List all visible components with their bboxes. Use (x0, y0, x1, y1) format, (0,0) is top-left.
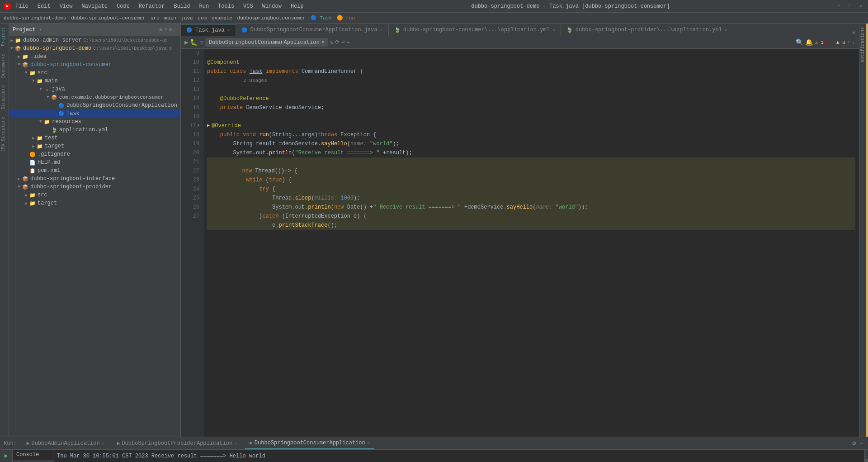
undo-icon[interactable]: ↩ (341, 39, 344, 46)
tree-item-src[interactable]: ▼ 📁 src (9, 69, 180, 77)
tab-bookmarks[interactable]: Bookmarks (0, 50, 9, 81)
tree-item-dubbo-springboot-demo[interactable]: ▼ 📦 dubbo-springboot-demo C:\Users\15031… (9, 44, 180, 52)
tree-item-pom[interactable]: 📋 pom.xml (9, 167, 180, 175)
menu-code[interactable]: Code (115, 2, 132, 10)
tree-item-interface[interactable]: ▶ 📦 dubbo-springboot-interface (9, 175, 180, 183)
run-tab-admin[interactable]: ▶ DubboAdminApplication ✕ (22, 438, 109, 449)
menu-window[interactable]: Window (260, 2, 283, 10)
console-tab-actuator[interactable]: 🍃 Actuator (13, 460, 53, 462)
menu-run[interactable]: Run (197, 2, 211, 10)
menu-view[interactable]: View (58, 2, 75, 10)
expand-icon[interactable]: ▼ (45, 95, 51, 100)
coverage-icon[interactable]: ☑ (199, 38, 203, 46)
menu-build[interactable]: Build (172, 2, 192, 10)
collapse-editor-icon[interactable]: ↓ (852, 39, 855, 46)
menu-vcs[interactable]: VCS (241, 2, 255, 10)
expand-icon[interactable]: ▶ (31, 136, 36, 141)
minimize-button[interactable]: ─ (835, 3, 843, 10)
tree-item-dubbo-admin-server[interactable]: ▶ 📁 dubbo-admin-server C:\Users\15031\De… (9, 36, 180, 44)
code-editor[interactable]: 9 10 11 12 13 14 15 16 17⚡ 18 19 20 21 2… (181, 49, 859, 437)
expand-icon[interactable]: ▼ (38, 119, 43, 124)
rerun-button[interactable]: ▶ (2, 452, 10, 460)
tree-item-application-yml[interactable]: 🍃 application.yml (9, 126, 180, 134)
breadcrumb-item[interactable]: src (151, 15, 160, 21)
breadcrumb-item[interactable]: main (164, 15, 176, 21)
window-controls[interactable]: ─ □ ✕ (835, 3, 864, 10)
expand-icon[interactable]: ↑ (847, 39, 850, 46)
expand-icon[interactable]: ▶ (31, 144, 36, 149)
close-tab-task[interactable]: ✕ (227, 28, 230, 33)
tree-item-idea[interactable]: ▶ 📁 .idea (9, 52, 180, 61)
close-tab-probider-yaml[interactable]: ✕ (725, 27, 727, 33)
menu-navigate[interactable]: Navigate (80, 2, 109, 10)
maximize-button[interactable]: □ (846, 3, 854, 10)
locate-icon[interactable]: ⊕ (160, 27, 163, 33)
recent-files-icon[interactable]: ≡ (852, 29, 855, 36)
breadcrumb-item[interactable]: java (181, 15, 193, 21)
run-config-dropdown[interactable]: ▾ (321, 39, 325, 46)
expand-icon[interactable]: ▼ (16, 62, 22, 67)
minimize-run-icon[interactable]: − (859, 439, 864, 448)
scrollbar-thumb[interactable] (865, 459, 868, 462)
tree-item-help-md[interactable]: 📄 HELP.md (9, 158, 180, 167)
close-tab-consumer[interactable]: ✕ (367, 440, 370, 446)
menu-bar[interactable]: File Edit View Navigate Code Refactor Bu… (14, 2, 306, 10)
debug-icon[interactable]: 🐛 (190, 38, 198, 46)
expand-icon[interactable]: ▶ (24, 201, 29, 206)
breadcrumb-item[interactable]: dubbo-springboot-consumer (71, 15, 146, 21)
tree-item-src-probider[interactable]: ▶ 📁 src (9, 191, 180, 199)
tree-item-resources[interactable]: ▼ 📁 resources (9, 118, 180, 126)
run-icon[interactable]: ▶ (184, 38, 188, 46)
minimize-panel-icon[interactable]: − (174, 27, 177, 33)
expand-icon[interactable]: ▶ (9, 38, 14, 43)
tree-item-gitignore[interactable]: 🟠 .gitignore (9, 150, 180, 158)
breadcrumb-item[interactable]: dubbospringbootconsumer (237, 15, 306, 21)
console-tab-console[interactable]: Console (13, 450, 53, 460)
menu-tools[interactable]: Tools (216, 2, 236, 10)
tree-item-consumer[interactable]: ▼ 📦 dubbo-springboot-consumer (9, 61, 180, 69)
tab-project[interactable]: Project (0, 24, 9, 50)
tab-probider-yaml[interactable]: 🍃 dubbo-springboot-probider\...\applicat… (561, 24, 733, 36)
run-config-selector[interactable]: DubboSpringbootConsumerApplication ▾ (205, 38, 328, 47)
search-everywhere-icon[interactable]: 🔍 (796, 38, 803, 46)
tab-jpa-structure[interactable]: JPA Structure (0, 113, 9, 156)
breadcrumb-run[interactable]: 🟠 run (337, 15, 355, 21)
tree-item-test[interactable]: ▶ 📁 test (9, 134, 180, 142)
settings-run-icon[interactable]: ⚙ (851, 438, 857, 448)
close-button[interactable]: ✕ (857, 3, 864, 10)
tree-item-java[interactable]: ▼ ☕ java (9, 85, 180, 93)
run-tab-probider[interactable]: ▶ DubboSpringbootProbiderApplication ✕ (113, 438, 242, 449)
expand-icon[interactable]: ▼ (31, 79, 36, 83)
expand-icon[interactable]: ▼ (24, 71, 29, 75)
breadcrumb-item[interactable]: com (198, 15, 207, 21)
breadcrumb-item[interactable]: example (212, 15, 232, 21)
tab-task[interactable]: 🔵 Task.java ✕ (181, 24, 236, 36)
run-tab-consumer[interactable]: ▶ DubboSpringbootConsumerApplication ✕ (245, 438, 374, 449)
breadcrumb-task[interactable]: 🔵 Task (311, 15, 332, 21)
tree-item-package[interactable]: ▼ 📦 com.example.dubbospringbootconsumer (9, 93, 180, 101)
tree-item-target-probider[interactable]: ▶ 📁 target (9, 199, 180, 207)
menu-edit[interactable]: Edit (36, 2, 52, 10)
refresh-icon[interactable]: ↻ (330, 39, 333, 46)
tab-structure[interactable]: Structure (0, 81, 9, 113)
close-tab-consumer-yaml[interactable]: ✕ (552, 27, 555, 33)
tab-consumer-yaml[interactable]: 🍃 dubbo-springboot-consumer\...\applicat… (389, 24, 561, 36)
breadcrumb-item[interactable]: dubbo-springboot-demo (4, 15, 66, 21)
expand-icon[interactable]: ▶ (24, 193, 29, 198)
expand-icon[interactable]: ▶ (16, 54, 22, 59)
tree-item-task[interactable]: 🔵 Task (9, 110, 180, 118)
redo-icon[interactable]: ↪ (346, 39, 349, 46)
tree-item-dubbo-app-class[interactable]: 🔵 DubboSpringbootConsumerApplication (9, 101, 180, 110)
collapse-icon[interactable]: ≡ (164, 27, 167, 33)
tree-item-probider[interactable]: ▼ 📦 dubbo-springboot-probider (9, 183, 180, 191)
close-tab-dubbo-app[interactable]: ✕ (380, 27, 383, 33)
expand-icon[interactable]: ▼ (38, 87, 43, 91)
sync-icon[interactable]: ⟳ (335, 39, 340, 46)
expand-icon[interactable]: ▼ (9, 46, 14, 51)
close-tab-probider[interactable]: ✕ (234, 441, 237, 446)
code-content[interactable]: @Component public class Task implements … (203, 49, 859, 437)
tab-dubbo-app[interactable]: 🔵 DubboSpringbootConsumerApplication.jav… (236, 24, 389, 36)
close-tab-admin[interactable]: ✕ (102, 441, 104, 446)
notifications-icon[interactable]: 🔔 (805, 38, 813, 46)
console-scrollbar[interactable] (864, 450, 868, 462)
